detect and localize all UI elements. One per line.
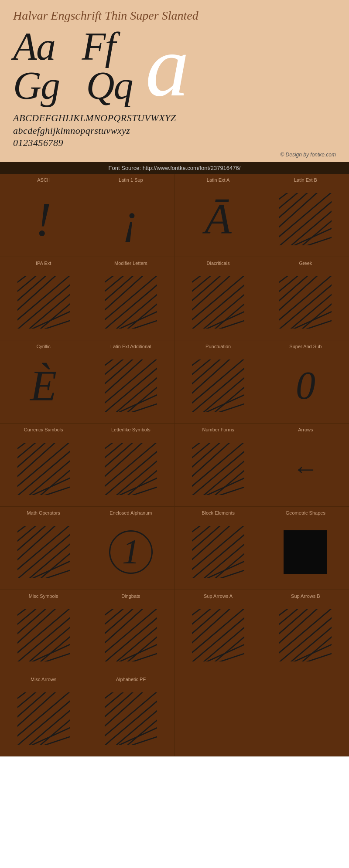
grid-row: ASCII!Latin 1 Sup¡Latin Ext AĀLatin Ext … [0, 174, 349, 257]
cell-label: IPA Ext [36, 261, 51, 266]
grid-cell: Sup Arrows B [262, 590, 349, 673]
cell-label: Geometric Shapes [286, 510, 325, 515]
cell-label: Diacriticals [207, 261, 230, 266]
grid-cell: Latin Ext Additional [87, 340, 174, 423]
cell-label: Dingbats [121, 593, 140, 599]
svg-line-107 [105, 443, 138, 471]
grid-row: Currency Symbols Letterlike Symbols Numb… [0, 424, 349, 507]
svg-line-3 [279, 193, 312, 221]
alphabet-lines: ABCDEFGHIJKLMNOPQRSTUVWXYZ abcdefghijklm… [13, 112, 336, 149]
cell-label: ASCII [37, 177, 50, 183]
grid-cell: Geometric Shapes [262, 507, 349, 590]
svg-line-185 [192, 609, 225, 637]
svg-line-47 [192, 300, 244, 328]
svg-line-86 [192, 383, 244, 411]
char-display: ! [35, 195, 51, 243]
cell-content [89, 436, 172, 502]
cell-label: Latin Ext A [207, 177, 230, 183]
char-display: 0 [296, 366, 315, 405]
svg-line-81 [192, 359, 225, 388]
cell-label: Latin 1 Sup [119, 177, 143, 183]
letter-pairs: Aa Ff Gg Qq [13, 27, 133, 105]
svg-line-177 [105, 633, 157, 661]
svg-line-21 [17, 300, 70, 328]
cell-content: ! [2, 186, 85, 252]
svg-line-99 [17, 466, 70, 495]
svg-line-162 [17, 614, 70, 661]
cell-label: Misc Arrows [31, 677, 56, 682]
grid-cell: Block Elements [175, 507, 262, 590]
cell-content: Ā [177, 186, 260, 252]
cell-label: Greek [299, 261, 312, 266]
svg-line-19 [17, 281, 70, 329]
cell-label: Latin Ext B [294, 177, 317, 183]
svg-line-198 [279, 609, 312, 637]
grid-cell: ASCII! [0, 174, 87, 257]
svg-line-68 [105, 359, 138, 388]
copyright: © Design by fontke.com [13, 152, 336, 158]
grid-cell: Latin Ext AĀ [175, 174, 262, 257]
large-letter: a [146, 23, 189, 110]
cell-label: Super And Sub [289, 344, 322, 349]
grid-cell: IPA Ext [0, 257, 87, 340]
cell-label: Sup Arrows A [204, 593, 233, 599]
svg-line-32 [105, 281, 157, 329]
grid-row: IPA Ext Modifier Letters Diacriticals [0, 257, 349, 340]
svg-line-42 [192, 276, 225, 305]
svg-line-138 [17, 549, 70, 578]
svg-line-112 [105, 466, 157, 495]
cell-label: Punctuation [205, 344, 231, 349]
grid-cell: Math Operators [0, 507, 87, 590]
grid-cell: Letterlike Symbols [87, 424, 174, 506]
svg-line-110 [105, 448, 157, 495]
cell-content [264, 677, 347, 752]
svg-line-29 [105, 276, 138, 305]
cell-label: Latin Ext Additional [110, 344, 151, 349]
grid-cell: Enclosed Alphanum1 [87, 507, 174, 590]
circled-num: 1 [109, 530, 153, 574]
svg-line-229 [105, 716, 157, 744]
letter-pair-gq: Gg Qq [13, 66, 133, 105]
svg-line-94 [17, 443, 51, 471]
grid-cell: Currency Symbols [0, 424, 87, 506]
grid-cell: Super And Sub0 [262, 340, 349, 423]
grid-cell: Latin 1 Sup¡ [87, 174, 174, 257]
svg-line-16 [17, 276, 51, 305]
cell-content [89, 353, 172, 419]
svg-line-216 [17, 716, 70, 744]
svg-line-201 [279, 614, 332, 661]
black-square [284, 530, 327, 574]
cell-label: Block Elements [202, 510, 235, 515]
svg-line-55 [279, 276, 312, 305]
cell-content [264, 186, 347, 252]
grid-cell: Sup Arrows A [175, 590, 262, 673]
svg-line-120 [192, 443, 225, 471]
letter-pair-af: Aa Ff [13, 27, 133, 66]
cell-content [89, 602, 172, 668]
cell-content [2, 436, 85, 502]
grid-cell: Greek [262, 257, 349, 340]
source-bar: Font Source: http://www.fontke.com/font/… [0, 162, 349, 174]
svg-line-58 [279, 281, 332, 329]
char-display: ¡ [122, 197, 139, 241]
cell-content [89, 685, 172, 752]
svg-line-146 [192, 526, 225, 554]
svg-line-175 [105, 614, 157, 661]
cell-label: Number Forms [202, 427, 234, 432]
alphabet-lower: abcdefghijklmnopqrstuvwxyz [13, 125, 336, 137]
svg-line-8 [279, 217, 332, 245]
cell-content: 0 [264, 353, 347, 419]
cell-content [177, 353, 260, 419]
cell-content: ← [264, 436, 347, 502]
svg-line-133 [17, 526, 51, 554]
cell-label: Letterlike Symbols [111, 427, 151, 432]
svg-line-172 [105, 609, 138, 637]
svg-line-227 [105, 697, 157, 745]
svg-line-71 [105, 364, 157, 412]
specimen-area: Aa Ff Gg Qq a [13, 27, 336, 110]
cell-content [2, 269, 85, 336]
cell-content [2, 685, 85, 752]
svg-line-188 [192, 614, 244, 661]
char-display: È [30, 364, 57, 407]
svg-line-224 [105, 692, 138, 721]
